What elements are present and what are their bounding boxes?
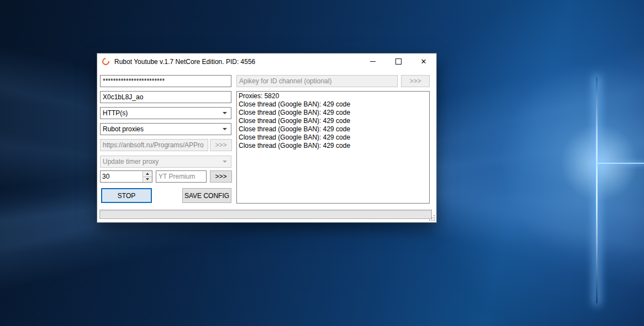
chevron-down-icon [223,112,227,114]
update-timer-placeholder: Update timer proxy [103,158,220,165]
wallpaper-window-edge-horizontal [598,163,644,164]
log-line: Close thread (Google BAN): 429 code [239,142,427,150]
log-line: Close thread (Google BAN): 429 code [239,117,427,125]
update-timer-dropdown: Update timer proxy [100,156,231,168]
minimize-icon [370,61,376,62]
app-window: Rubot Youtube v.1.7 NetCore Edition. PID… [97,54,436,222]
spin-down-button[interactable] [143,177,152,183]
app-logo-icon [101,56,110,66]
log-listbox[interactable]: Proxies: 5820 Close thread (Google BAN):… [236,91,430,204]
close-icon: ✕ [421,57,427,66]
title-bar[interactable]: Rubot Youtube v.1.7 NetCore Edition. PID… [97,54,436,70]
maximize-icon [395,58,402,65]
protocol-dropdown[interactable]: HTTP(s) [100,107,231,119]
progress-bar [99,210,432,219]
apikey-go-button: >>> [401,75,430,87]
channel-id-input[interactable] [100,91,231,103]
timer-value-input[interactable] [101,171,142,182]
apikey-input [236,75,398,87]
chevron-down-icon [223,128,227,130]
resize-grip[interactable] [429,215,435,221]
stepper-spin-buttons [142,171,152,182]
token-input[interactable] [100,75,231,87]
log-line: Close thread (Google BAN): 429 code [239,125,427,133]
save-config-button[interactable]: SAVE CONFIG [182,188,231,203]
chevron-down-icon [146,178,149,180]
log-line: Close thread (Google BAN): 429 code [239,133,427,142]
yt-premium-go-button[interactable]: >>> [210,170,232,183]
log-line: Close thread (Google BAN): 429 code [239,109,427,117]
stop-button[interactable]: STOP [101,188,152,203]
proxy-url-input [100,139,208,151]
yt-premium-input[interactable] [156,170,207,183]
caption-buttons: ✕ [360,54,436,70]
proxy-source-selected-value: Rubot proxies [103,125,220,133]
window-title: Rubot Youtube v.1.7 NetCore Edition. PID… [114,58,360,66]
spin-up-button[interactable] [143,171,152,177]
proxy-url-go-button: >>> [210,139,232,151]
log-line: Proxies: 5820 [239,92,427,100]
chevron-down-icon [223,161,227,163]
protocol-selected-value: HTTP(s) [103,109,220,117]
desktop: Rubot Youtube v.1.7 NetCore Edition. PID… [0,0,644,326]
maximize-button[interactable] [386,54,411,70]
wallpaper-window-edge-vertical [596,77,598,303]
timer-stepper [100,170,152,183]
minimize-button[interactable] [360,54,386,70]
proxy-source-dropdown[interactable]: Rubot proxies [100,123,231,135]
log-line: Close thread (Google BAN): 429 code [239,100,427,109]
chevron-up-icon [146,173,149,175]
close-button[interactable]: ✕ [411,54,436,70]
